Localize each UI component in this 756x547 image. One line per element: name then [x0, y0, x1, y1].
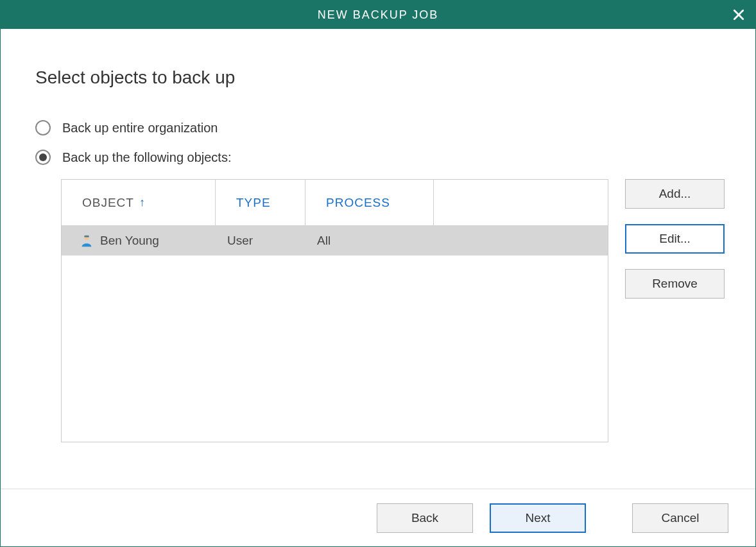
cell-type: User [216, 226, 305, 256]
side-button-group: Add... Edit... Remove [625, 179, 725, 442]
cell-process: All [305, 226, 434, 256]
cell-object: Ben Young [62, 226, 216, 256]
next-button[interactable]: Next [490, 503, 586, 533]
table-header: OBJECT ↑ TYPE PROCESS [62, 180, 608, 226]
column-label: TYPE [236, 196, 271, 210]
cell-text: User [227, 234, 253, 248]
svg-rect-1 [84, 236, 89, 238]
objects-panel: OBJECT ↑ TYPE PROCESS [61, 179, 725, 442]
radio-entire-organization[interactable]: Back up entire organization [35, 120, 725, 135]
close-icon[interactable] [732, 8, 745, 21]
table-body: Ben Young User All [62, 226, 608, 442]
back-button[interactable]: Back [377, 503, 473, 533]
column-label: PROCESS [326, 196, 390, 210]
add-button[interactable]: Add... [625, 179, 725, 209]
titlebar: NEW BACKUP JOB [1, 1, 755, 29]
table-row[interactable]: Ben Young User All [62, 226, 608, 256]
radio-label: Back up entire organization [62, 121, 218, 135]
objects-table: OBJECT ↑ TYPE PROCESS [61, 179, 608, 442]
user-icon [80, 234, 94, 248]
cell-empty [434, 226, 608, 256]
radio-following-objects[interactable]: Back up the following objects: [35, 150, 725, 165]
column-label: OBJECT [82, 196, 134, 210]
sort-ascending-icon: ↑ [139, 196, 146, 209]
cancel-button[interactable]: Cancel [632, 503, 728, 533]
cell-text: Ben Young [100, 234, 159, 248]
radio-label: Back up the following objects: [62, 150, 232, 165]
column-header-empty [434, 180, 608, 225]
column-header-object[interactable]: OBJECT ↑ [62, 180, 216, 225]
window-title: NEW BACKUP JOB [318, 8, 439, 22]
dialog-footer: Back Next Cancel [1, 489, 755, 546]
radio-unchecked-icon [35, 120, 51, 135]
cell-text: All [317, 234, 331, 248]
dialog-content: Select objects to back up Back up entire… [1, 29, 755, 489]
column-header-process[interactable]: PROCESS [305, 180, 434, 225]
radio-checked-icon [35, 150, 51, 165]
page-heading: Select objects to back up [35, 67, 725, 88]
remove-button[interactable]: Remove [625, 269, 725, 299]
column-header-type[interactable]: TYPE [216, 180, 305, 225]
edit-button[interactable]: Edit... [625, 224, 725, 254]
dialog-window: NEW BACKUP JOB Select objects to back up… [0, 0, 756, 547]
